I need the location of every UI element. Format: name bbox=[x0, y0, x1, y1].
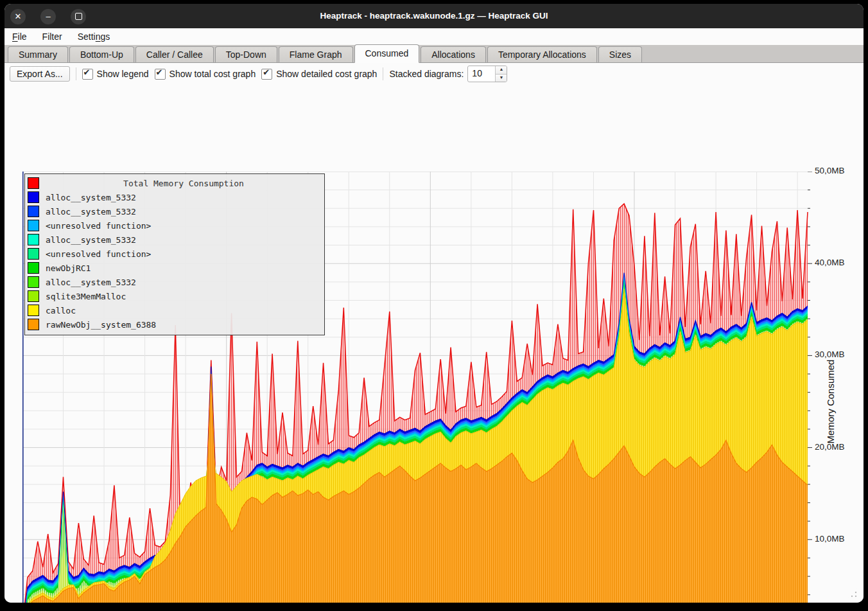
app-window: ✕ – Heaptrack - heaptrack.wakunode.1.gz … bbox=[4, 4, 864, 603]
legend-item-unresolved-function: <unresolved function> bbox=[28, 247, 322, 261]
legend-label: alloc__system_5332 bbox=[46, 193, 136, 202]
legend-item-newobjrc1: newObjRC1 bbox=[28, 261, 322, 275]
checkbox-show-total-cost-graph[interactable]: ✔Show total cost graph bbox=[155, 69, 256, 80]
legend-swatch-icon bbox=[28, 290, 39, 302]
legend-swatch-icon bbox=[28, 276, 39, 288]
toolbar-separator bbox=[76, 67, 76, 80]
legend-swatch-icon bbox=[28, 319, 39, 330]
legend-item-alloc-system-5332: alloc__system_5332 bbox=[28, 275, 322, 289]
tab-consumed[interactable]: Consumed bbox=[354, 44, 420, 63]
checkbox-label: Show legend bbox=[97, 69, 149, 79]
legend-swatch-icon bbox=[28, 220, 39, 231]
tab-sizes[interactable]: Sizes bbox=[598, 46, 642, 62]
stacked-diagrams-spinbox[interactable]: 10 ▲ ▼ bbox=[467, 66, 507, 82]
toolbar-separator bbox=[383, 67, 383, 80]
tab-caller-callee[interactable]: Caller / Callee bbox=[135, 46, 214, 62]
legend-label: alloc__system_5332 bbox=[46, 278, 136, 287]
export-as-button[interactable]: Export As... bbox=[10, 66, 70, 82]
chart-legend[interactable]: Total Memory Consumptionalloc__system_53… bbox=[24, 173, 325, 335]
tab-allocations[interactable]: Allocations bbox=[421, 46, 486, 62]
legend-label: sqlite3MemMalloc bbox=[46, 292, 126, 301]
tab-summary[interactable]: Summary bbox=[8, 46, 68, 62]
tab-top-down[interactable]: Top-Down bbox=[215, 46, 277, 62]
checkbox-box[interactable]: ✔ bbox=[155, 69, 166, 80]
legend-label: newObjRC1 bbox=[46, 263, 91, 273]
tab-bottom-up[interactable]: Bottom-Up bbox=[69, 46, 134, 62]
stacked-diagrams-label: Stacked diagrams: bbox=[389, 69, 464, 79]
tab-bar: SummaryBottom-UpCaller / CalleeTop-DownF… bbox=[4, 45, 864, 63]
legend-label: <unresolved function> bbox=[46, 249, 151, 259]
legend-swatch-icon bbox=[28, 191, 39, 203]
legend-item-rawnewobj-system-6388: rawNewObj__system_6388 bbox=[28, 317, 322, 332]
menu-bar: FileFilterSettings bbox=[4, 28, 864, 45]
tab-flame-graph[interactable]: Flame Graph bbox=[279, 46, 353, 62]
title-bar[interactable]: ✕ – Heaptrack - heaptrack.wakunode.1.gz … bbox=[4, 4, 864, 28]
legend-swatch-icon bbox=[28, 262, 39, 274]
screen-background: ✕ – Heaptrack - heaptrack.wakunode.1.gz … bbox=[0, 0, 868, 611]
stacked-diagrams-control: Stacked diagrams: 10 ▲ ▼ bbox=[389, 66, 507, 82]
legend-swatch-icon bbox=[28, 234, 39, 245]
legend-item-sqlite3memmalloc: sqlite3MemMalloc bbox=[28, 289, 322, 303]
legend-swatch-icon bbox=[28, 206, 39, 217]
legend-item-unresolved-function: <unresolved function> bbox=[28, 218, 322, 233]
checkbox-label: Show detailed cost graph bbox=[276, 69, 377, 79]
legend-swatch-icon bbox=[28, 177, 39, 189]
legend-swatch-icon bbox=[28, 248, 39, 260]
spinbox-value[interactable]: 10 bbox=[468, 66, 495, 82]
legend-label: rawNewObj__system_6388 bbox=[46, 320, 156, 330]
checkbox-show-legend[interactable]: ✔Show legend bbox=[82, 69, 149, 80]
tab-temporary-allocations[interactable]: Temporary Allocations bbox=[487, 46, 597, 62]
checkbox-show-detailed-cost-graph[interactable]: ✔Show detailed cost graph bbox=[261, 69, 377, 80]
menu-filter[interactable]: Filter bbox=[35, 28, 70, 45]
window-title: Heaptrack - heaptrack.wakunode.1.gz — He… bbox=[4, 4, 864, 28]
toolbar: Export As... ✔Show legend✔Show total cos… bbox=[4, 63, 864, 85]
legend-item-alloc-system-5332: alloc__system_5332 bbox=[28, 233, 322, 247]
legend-item-calloc: calloc bbox=[28, 303, 322, 317]
checkbox-label: Show total cost graph bbox=[169, 69, 256, 79]
legend-label: alloc__system_5332 bbox=[46, 207, 136, 217]
legend-label: <unresolved function> bbox=[46, 221, 151, 231]
legend-label: Total Memory Consumption bbox=[46, 179, 322, 188]
spin-up-icon[interactable]: ▲ bbox=[496, 66, 507, 75]
checkbox-box[interactable]: ✔ bbox=[82, 69, 93, 80]
legend-label: alloc__system_5332 bbox=[46, 235, 136, 245]
checkbox-box[interactable]: ✔ bbox=[261, 69, 272, 80]
legend-item-alloc-system-5332: alloc__system_5332 bbox=[28, 190, 322, 204]
chart-region: 50,0MB40,0MB30,0MB20,0MB10,0MB0B 00.000s… bbox=[4, 85, 864, 603]
legend-swatch-icon bbox=[28, 305, 39, 316]
legend-item-alloc-system-5332: alloc__system_5332 bbox=[28, 204, 322, 218]
y-axis-title: Memory Consumed bbox=[810, 172, 851, 603]
checkbox-group: ✔Show legend✔Show total cost graph✔Show … bbox=[82, 69, 378, 80]
menu-file[interactable]: File bbox=[4, 28, 35, 45]
spin-down-icon[interactable]: ▼ bbox=[496, 75, 507, 82]
menu-settings[interactable]: Settings bbox=[70, 28, 118, 45]
legend-label: calloc bbox=[46, 306, 76, 315]
legend-title-row: Total Memory Consumption bbox=[28, 176, 322, 190]
